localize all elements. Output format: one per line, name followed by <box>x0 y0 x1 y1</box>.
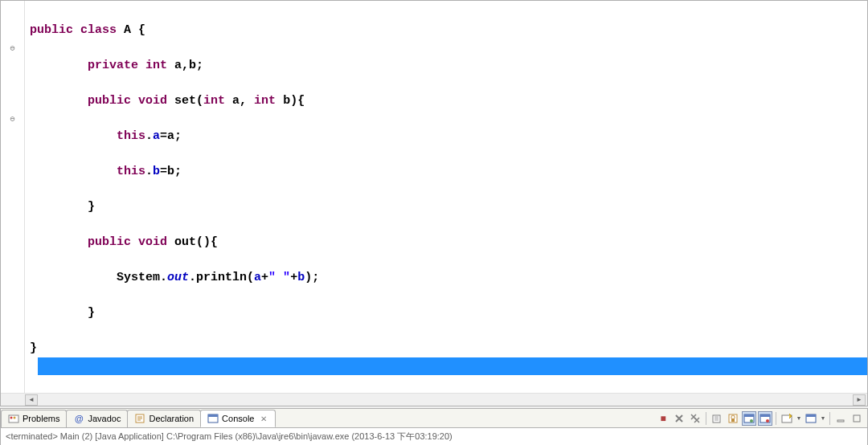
code-line: this.b=b; <box>30 163 867 181</box>
horizontal-scrollbar[interactable]: ◄ ► <box>1 393 867 406</box>
svg-rect-8 <box>731 418 735 422</box>
scroll-right-icon[interactable]: ► <box>853 394 866 406</box>
code-text: } <box>88 200 95 214</box>
code-text <box>30 271 117 284</box>
keyword: this <box>117 165 145 178</box>
tab-problems[interactable]: Problems <box>1 410 67 427</box>
svg-rect-17 <box>806 414 816 417</box>
tab-javadoc[interactable]: @ Javadoc <box>66 410 128 427</box>
code-line: } <box>30 198 867 216</box>
declaration-icon <box>134 413 145 424</box>
code-text: } <box>88 306 95 320</box>
keyword: int <box>203 94 225 108</box>
toolbar-separator <box>706 412 706 425</box>
editor-content: ⊖ ⊖ public class A { private int a,b; pu… <box>1 1 867 393</box>
keyword: private <box>88 59 138 72</box>
code-line: } <box>30 304 867 322</box>
close-icon[interactable]: ✕ <box>259 414 268 423</box>
code-line: System.out.println(a+" "+b); <box>30 269 867 287</box>
keyword: public <box>30 23 73 37</box>
console-status-line: <terminated> Main (2) [Java Application]… <box>1 428 867 445</box>
gutter-line <box>1 75 24 92</box>
code-text: System. <box>117 271 167 284</box>
keyword: this <box>117 129 145 143</box>
static-ref: out <box>167 271 189 284</box>
code-text: ); <box>305 271 319 284</box>
keyword: public <box>88 94 131 108</box>
gutter-line <box>1 4 24 22</box>
display-selected-console-button[interactable] <box>804 411 818 426</box>
keyword: int <box>145 59 167 72</box>
code-text <box>73 23 80 37</box>
bottom-view-pane: Problems @ Javadoc Declaration Console ✕… <box>0 408 868 445</box>
scroll-lock-button[interactable] <box>726 411 740 426</box>
keyword: class <box>80 23 117 37</box>
keyword: int <box>254 94 276 108</box>
keyword: public <box>88 235 131 249</box>
tab-label: Console <box>222 414 254 423</box>
code-text <box>30 165 117 178</box>
dropdown-icon[interactable]: ▼ <box>796 415 802 421</box>
code-text: + <box>261 271 268 284</box>
code-text: + <box>290 271 297 284</box>
code-text <box>30 94 88 108</box>
code-text: .println( <box>189 271 254 284</box>
javadoc-icon: @ <box>73 413 84 424</box>
selected-code-line: } <box>30 340 867 357</box>
code-line: private int a,b; <box>30 57 867 75</box>
field-ref: a <box>254 271 261 284</box>
code-text <box>30 129 117 143</box>
svg-rect-18 <box>837 420 844 422</box>
gutter-line <box>1 145 24 163</box>
minimize-button[interactable] <box>833 411 848 426</box>
clear-console-button[interactable] <box>710 411 724 426</box>
code-text <box>138 59 145 72</box>
code-text <box>30 235 88 249</box>
tab-label: Problems <box>23 414 59 423</box>
scroll-left-icon[interactable]: ◄ <box>25 394 38 406</box>
svg-rect-5 <box>208 414 218 417</box>
code-text <box>30 59 88 72</box>
code-text <box>30 200 88 214</box>
code-line: this.a=a; <box>30 128 867 145</box>
open-console-button[interactable] <box>780 411 794 426</box>
remove-all-button[interactable] <box>688 411 702 426</box>
maximize-button[interactable] <box>850 411 864 426</box>
gutter-line <box>1 92 24 110</box>
code-text-area[interactable]: public class A { private int a,b; public… <box>25 1 867 393</box>
tab-console[interactable]: Console ✕ <box>200 410 276 427</box>
string-literal: " " <box>268 271 290 284</box>
dropdown-icon[interactable]: ▼ <box>820 415 826 421</box>
editor-gutter[interactable]: ⊖ ⊖ <box>1 1 25 393</box>
code-line: public void out(){ <box>30 234 867 251</box>
tab-declaration[interactable]: Declaration <box>127 410 201 427</box>
console-icon <box>207 413 219 424</box>
field-ref: a <box>153 129 160 143</box>
code-text: } <box>30 341 37 355</box>
svg-rect-13 <box>760 414 770 417</box>
code-text: out(){ <box>167 235 218 249</box>
problems-icon <box>8 413 19 424</box>
fold-toggle-icon[interactable]: ⊖ <box>1 39 24 57</box>
code-text: =a; <box>160 129 182 143</box>
toolbar-separator <box>776 412 776 425</box>
svg-point-1 <box>10 417 13 419</box>
remove-launch-button[interactable] <box>672 411 686 426</box>
terminate-button[interactable]: ■ <box>656 411 670 426</box>
field-ref: b <box>297 271 305 284</box>
show-console-stderr-button[interactable] <box>758 411 772 426</box>
code-text: set( <box>167 94 203 108</box>
code-text: . <box>145 129 153 143</box>
svg-rect-10 <box>744 414 754 417</box>
svg-rect-19 <box>854 415 860 422</box>
svg-point-2 <box>14 417 16 419</box>
code-text: . <box>145 165 153 178</box>
gutter-line <box>1 128 24 145</box>
code-line: public void set(int a, int b){ <box>30 92 867 110</box>
fold-toggle-icon[interactable]: ⊖ <box>1 110 24 128</box>
show-console-stdout-button[interactable] <box>742 411 756 426</box>
tab-label: Javadoc <box>88 414 121 423</box>
console-toolbar: ■ ▼ <box>656 410 864 427</box>
view-tab-bar: Problems @ Javadoc Declaration Console ✕… <box>1 409 867 428</box>
field-ref: b <box>153 165 160 178</box>
